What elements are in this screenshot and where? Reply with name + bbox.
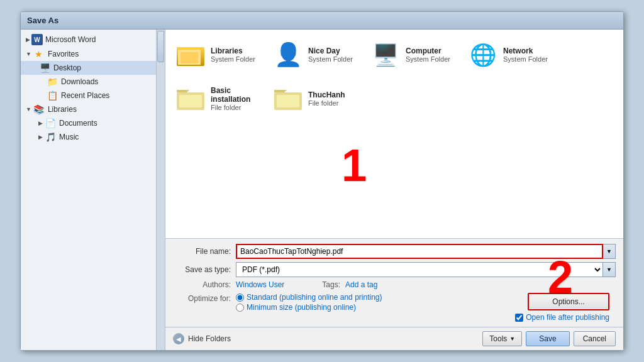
file-grid: 1 Libraries System Fold (165, 30, 623, 238)
sidebar-item-libraries[interactable]: ▼ 📚 Libraries (21, 102, 156, 116)
filename-input[interactable] (236, 244, 603, 259)
svg-marker-8 (274, 90, 287, 92)
sidebar-item-desktop[interactable]: 🖥️ Desktop (21, 61, 156, 75)
savetype-row: Save as type: PDF (*.pdf) ▼ (173, 262, 616, 277)
options-area: 2 Options... Open file after publishing (391, 293, 616, 322)
sidebar-label-music: Music (59, 133, 79, 141)
scrollbar-thumb[interactable] (157, 31, 164, 62)
file-name-thuchanh: ThucHanh (308, 90, 357, 99)
file-name-computer: Computer (406, 47, 454, 55)
triangle-icon: ▶ (26, 36, 30, 43)
sidebar-label-recent-places: Recent Places (61, 91, 109, 100)
filename-row: File name: ▼ (173, 244, 616, 259)
hide-folders-button[interactable]: ◀ Hide Folders (173, 333, 231, 344)
optimize-label: Optimize for: (173, 293, 236, 303)
optimize-min-row: Minimum size (publishing online) (236, 303, 391, 312)
star-icon: ★ (33, 49, 45, 59)
authors-value[interactable]: Windows User (236, 280, 284, 289)
folder-libraries-icon (175, 40, 206, 70)
desktop-icon: 🖥️ (38, 63, 51, 73)
file-info-libraries: Libraries System Folder (211, 47, 259, 63)
save-button[interactable]: Save (526, 331, 569, 346)
dialog-body: ▶ W Microsoft Word ▼ ★ Favorites 🖥️ Desk… (21, 30, 623, 350)
annotation-1: 1 (341, 143, 367, 188)
word-icon: W (31, 34, 43, 45)
optimize-options: Standard (publishing online and printing… (236, 293, 391, 313)
folder-niceday-icon: 👤 (273, 40, 303, 70)
documents-icon: 📄 (44, 118, 57, 128)
form-area: File name: ▼ Save as type: PDF (*.pdf) ▼… (165, 238, 623, 327)
savetype-label: Save as type: (173, 265, 236, 274)
authors-label: Authors: (173, 280, 236, 289)
tools-label: Tools (489, 334, 507, 343)
tags-label: Tags: (322, 280, 340, 289)
file-name-network: Network (503, 47, 552, 55)
cancel-button[interactable]: Cancel (574, 331, 616, 346)
file-item-computer[interactable]: 🖥️ Computer System Folder (367, 36, 458, 74)
file-info-niceday: Nice Day System Folder (308, 47, 357, 63)
folder-basic-icon (175, 84, 206, 114)
sidebar-item-documents[interactable]: ▶ 📄 Documents (21, 116, 156, 130)
file-type-basic-installation: File folder (211, 104, 259, 111)
sidebar: ▶ W Microsoft Word ▼ ★ Favorites 🖥️ Desk… (21, 30, 165, 350)
file-name-niceday: Nice Day (308, 47, 357, 55)
svg-rect-6 (179, 95, 202, 107)
meta-row: Authors: Windows User Tags: Add a tag (173, 280, 616, 289)
triangle-icon: ▼ (26, 106, 31, 112)
sidebar-label-documents: Documents (59, 119, 97, 128)
sidebar-item-favorites[interactable]: ▼ ★ Favorites (21, 47, 156, 61)
file-info-network: Network System Folder (503, 47, 552, 63)
file-info-computer: Computer System Folder (406, 47, 454, 63)
sidebar-item-downloads[interactable]: 📁 Downloads (21, 75, 156, 89)
file-type-niceday: System Folder (308, 55, 357, 63)
tools-button[interactable]: Tools ▼ (482, 331, 522, 346)
sidebar-item-microsoft-word[interactable]: ▶ W Microsoft Word (21, 32, 156, 47)
optimize-min-label: Minimum size (publishing online) (247, 303, 356, 312)
file-item-libraries[interactable]: Libraries System Folder (172, 36, 263, 74)
file-type-computer: System Folder (406, 55, 454, 63)
triangle-icon: ▼ (26, 51, 31, 57)
file-item-network[interactable]: 🌐 Network System Folder (464, 36, 555, 74)
optimize-min-radio[interactable] (236, 304, 244, 312)
bottom-bar: ◀ Hide Folders Tools ▼ Save Cancel (165, 327, 623, 350)
tools-arrow-icon: ▼ (509, 336, 515, 342)
open-file-checkbox[interactable] (515, 314, 523, 322)
downloads-icon: 📁 (46, 77, 58, 87)
svg-rect-3 (180, 52, 198, 63)
main-content: 1 Libraries System Fold (165, 30, 623, 350)
action-buttons: Tools ▼ Save Cancel (482, 331, 616, 346)
sidebar-label-desktop: Desktop (53, 63, 81, 72)
sidebar-list: ▶ W Microsoft Word ▼ ★ Favorites 🖥️ Desk… (21, 30, 157, 146)
computer-icon: 🖥️ (370, 40, 401, 70)
music-icon: 🎵 (44, 132, 57, 142)
savetype-dropdown[interactable]: ▼ (603, 262, 616, 277)
file-item-basic-installation[interactable]: Basic installation File folder (172, 80, 263, 118)
filename-dropdown[interactable]: ▼ (603, 244, 616, 259)
save-as-dialog: Save As ▶ W Microsoft Word ▼ ★ Favorites (20, 11, 624, 351)
optimize-section: Optimize for: Standard (publishing onlin… (173, 293, 391, 313)
file-type-network: System Folder (503, 55, 552, 63)
hide-folders-label: Hide Folders (188, 334, 231, 343)
file-name-basic-installation: Basic installation (211, 86, 259, 104)
optimize-standard-label: Standard (publishing online and printing… (247, 293, 382, 302)
file-item-niceday[interactable]: 👤 Nice Day System Folder (269, 36, 360, 74)
sidebar-scrollbar[interactable] (156, 30, 165, 350)
folder-thuchanh-icon (273, 84, 303, 114)
sidebar-label-libraries: Libraries (48, 105, 77, 114)
file-name-libraries: Libraries (211, 47, 259, 55)
network-icon: 🌐 (468, 40, 498, 70)
sidebar-item-music[interactable]: ▶ 🎵 Music (21, 130, 156, 144)
savetype-select[interactable]: PDF (*.pdf) (236, 262, 603, 277)
options-button[interactable]: Options... (528, 293, 609, 310)
file-item-thuchanh[interactable]: ThucHanh File folder (269, 80, 360, 118)
open-file-row: Open file after publishing (515, 313, 609, 322)
sidebar-item-recent-places[interactable]: 📋 Recent Places (21, 89, 156, 102)
file-info-basic-installation: Basic installation File folder (211, 86, 259, 112)
file-type-thuchanh: File folder (308, 99, 357, 107)
tags-value[interactable]: Add a tag (345, 280, 377, 289)
optimize-standard-row: Standard (publishing online and printing… (236, 293, 391, 302)
filename-label: File name: (173, 247, 236, 256)
optimize-standard-radio[interactable] (236, 293, 244, 302)
triangle-icon: ▶ (38, 134, 43, 140)
svg-rect-9 (277, 95, 299, 107)
